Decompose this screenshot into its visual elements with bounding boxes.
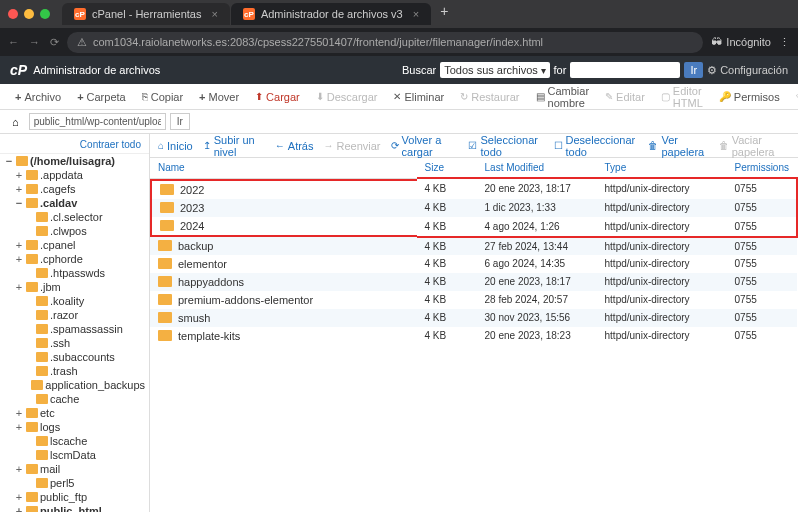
url-input[interactable]: ⚠ com1034.raiolanetworks.es:2083/cpsess2… [67, 32, 703, 53]
tree-item[interactable]: .htpasswds [0, 266, 149, 280]
tree-item[interactable]: .subaccounts [0, 350, 149, 364]
close-window-button[interactable] [8, 9, 18, 19]
go-button[interactable]: Ir [170, 113, 190, 130]
table-row[interactable]: backup4 KB27 feb 2024, 13:44httpd/unix-d… [150, 237, 797, 255]
tree-item[interactable]: +.appdata [0, 168, 149, 182]
tree-toggle-icon[interactable]: − [4, 155, 14, 167]
table-row[interactable]: smush4 KB30 nov 2023, 15:56httpd/unix-di… [150, 309, 797, 327]
tree-item[interactable]: +public_html [0, 504, 149, 512]
tree-toggle-icon[interactable]: + [14, 169, 24, 181]
reload-icon[interactable]: ⟳ [50, 36, 59, 49]
reload-action[interactable]: ⟳Volver a cargar [391, 134, 459, 158]
menu-icon[interactable]: ⋮ [779, 36, 790, 49]
table-row[interactable]: 20234 KB1 dic 2023, 1:33httpd/unix-direc… [150, 199, 797, 217]
col-permissions[interactable]: Permissions [727, 158, 797, 178]
tree-item[interactable]: .clwpos [0, 224, 149, 238]
view-trash-action[interactable]: 🗑Ver papelera [648, 134, 708, 158]
tree-item[interactable]: .ssh [0, 336, 149, 350]
tree-item[interactable]: cache [0, 392, 149, 406]
minimize-window-button[interactable] [24, 9, 34, 19]
tree-item[interactable]: .razor [0, 308, 149, 322]
tree-label: .cl.selector [50, 211, 103, 223]
tree-item[interactable]: perl5 [0, 476, 149, 490]
tree-toggle-icon[interactable]: + [14, 239, 24, 251]
forward-icon[interactable]: → [29, 36, 40, 49]
tree-toggle-icon[interactable]: + [14, 505, 24, 512]
tree-toggle-icon[interactable]: + [14, 183, 24, 195]
move-button[interactable]: +Mover [192, 88, 246, 106]
search-input[interactable] [570, 62, 680, 78]
select-all-action[interactable]: ☑Seleccionar todo [468, 134, 543, 158]
table-row[interactable]: 20244 KB4 ago 2024, 1:26httpd/unix-direc… [150, 217, 797, 237]
close-tab-icon[interactable]: × [413, 8, 419, 20]
browser-tab[interactable]: cP cPanel - Herramientas × [62, 3, 230, 25]
tree-item[interactable]: +.jbm [0, 280, 149, 294]
tree-item[interactable]: +mail [0, 462, 149, 476]
table-row[interactable]: template-kits4 KB20 ene 2023, 18:23httpd… [150, 327, 797, 345]
table-row[interactable]: happyaddons4 KB20 ene 2023, 18:17httpd/u… [150, 273, 797, 291]
tree-item[interactable]: .trash [0, 364, 149, 378]
tree-item[interactable]: +logs [0, 420, 149, 434]
download-button[interactable]: ⬇Descargar [309, 88, 385, 106]
search-go-button[interactable]: Ir [684, 62, 703, 78]
edit-button[interactable]: ✎Editar [598, 88, 652, 106]
home-action[interactable]: ⌂Inicio [158, 140, 193, 152]
file-name: 2023 [180, 202, 204, 214]
tree-toggle-icon[interactable]: + [14, 463, 24, 475]
close-tab-icon[interactable]: × [211, 8, 217, 20]
deselect-all-action[interactable]: ☐Deseleccionar todo [554, 134, 639, 158]
table-row[interactable]: 20224 KB20 ene 2023, 18:17httpd/unix-dir… [150, 178, 797, 199]
new-folder-button[interactable]: +Carpeta [70, 88, 133, 106]
delete-button[interactable]: ✕Eliminar [386, 88, 451, 106]
tree-item[interactable]: −.caldav [0, 196, 149, 210]
folder-icon [16, 156, 28, 166]
tree-item[interactable]: +.cagefs [0, 182, 149, 196]
back-icon[interactable]: ← [8, 36, 19, 49]
new-file-button[interactable]: +Archivo [8, 88, 68, 106]
back-action[interactable]: ←Atrás [275, 140, 314, 152]
maximize-window-button[interactable] [40, 9, 50, 19]
tree-item[interactable]: +.cphorde [0, 252, 149, 266]
tree-item[interactable]: .koality [0, 294, 149, 308]
restore-button[interactable]: ↻Restaurar [453, 88, 526, 106]
tree-item[interactable]: lscache [0, 434, 149, 448]
tree-toggle-icon[interactable]: + [14, 491, 24, 503]
html-editor-button[interactable]: ▢Editor HTML [654, 82, 710, 112]
tree-item[interactable]: .cl.selector [0, 210, 149, 224]
incognito-indicator: 🕶 Incógnito [711, 36, 771, 48]
tree-toggle-icon[interactable]: − [14, 197, 24, 209]
tree-toggle-icon[interactable]: + [14, 421, 24, 433]
up-level-action[interactable]: ↥Subir un nivel [203, 134, 265, 158]
col-name[interactable]: Name [150, 158, 417, 178]
tree-item[interactable]: lscmData [0, 448, 149, 462]
tree-item[interactable]: application_backups [0, 378, 149, 392]
home-icon[interactable]: ⌂ [6, 113, 25, 131]
search-scope-select[interactable]: Todos sus archivos ▾ [440, 62, 549, 78]
upload-button[interactable]: ⬆Cargar [248, 88, 307, 106]
rename-button[interactable]: ▤Cambiar nombre [529, 82, 597, 112]
tree-item[interactable]: +.cpanel [0, 238, 149, 252]
table-row[interactable]: premium-addons-elementor4 KB28 feb 2024,… [150, 291, 797, 309]
tree-root[interactable]: − (/home/luisagra) [0, 154, 149, 168]
tree-toggle-icon[interactable]: + [14, 281, 24, 293]
tree-item[interactable]: +public_ftp [0, 490, 149, 504]
table-row[interactable]: elementor4 KB6 ago 2024, 14:35httpd/unix… [150, 255, 797, 273]
tree-item[interactable]: +etc [0, 406, 149, 420]
settings-button[interactable]: ⚙Configuración [707, 64, 788, 77]
path-input[interactable] [29, 113, 166, 130]
file-name: premium-addons-elementor [178, 294, 313, 306]
new-tab-button[interactable]: + [432, 3, 456, 25]
tree-item[interactable]: .spamassassin [0, 322, 149, 336]
col-modified[interactable]: Last Modified [477, 158, 597, 178]
col-size[interactable]: Size [417, 158, 477, 178]
empty-trash-action[interactable]: 🗑Vaciar papelera [719, 134, 790, 158]
browser-tab-active[interactable]: cP Administrador de archivos v3 × [231, 3, 431, 25]
view-button[interactable]: 👁Ver [789, 88, 798, 106]
tree-toggle-icon[interactable]: + [14, 253, 24, 265]
collapse-all-link[interactable]: Contraer todo [0, 136, 149, 154]
copy-button[interactable]: ⎘Copiar [135, 88, 190, 106]
permissions-button[interactable]: 🔑Permisos [712, 88, 787, 106]
forward-action[interactable]: →Reenviar [324, 140, 381, 152]
col-type[interactable]: Type [597, 158, 727, 178]
tree-toggle-icon[interactable]: + [14, 407, 24, 419]
